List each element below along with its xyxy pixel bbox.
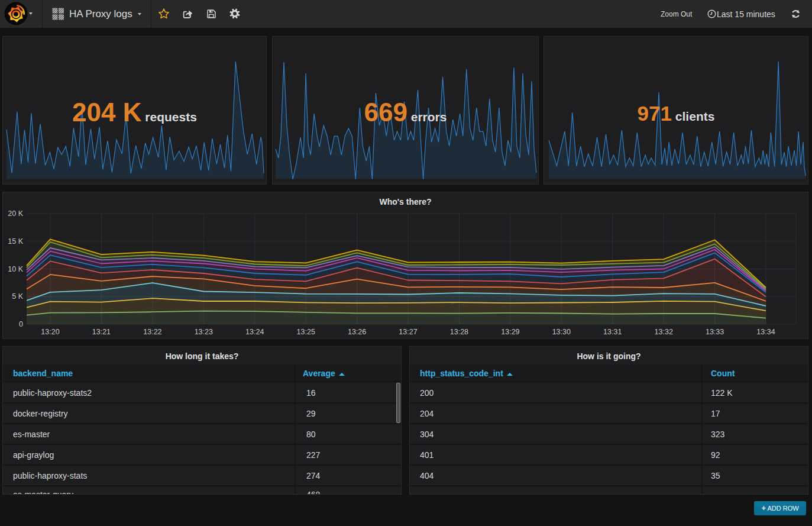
svg-text:13:27: 13:27	[399, 328, 417, 336]
svg-text:13:23: 13:23	[195, 328, 213, 336]
svg-text:13:31: 13:31	[603, 328, 622, 336]
svg-text:13:33: 13:33	[706, 328, 724, 336]
svg-text:13:30: 13:30	[552, 328, 571, 336]
svg-text:15 K: 15 K	[8, 237, 23, 246]
svg-text:10 K: 10 K	[8, 265, 23, 273]
svg-text:13:28: 13:28	[450, 328, 468, 336]
svg-text:13:22: 13:22	[143, 328, 161, 336]
svg-text:13:24: 13:24	[245, 328, 264, 336]
svg-text:5 K: 5 K	[12, 292, 23, 301]
svg-text:13:34: 13:34	[756, 328, 775, 336]
svg-text:13:32: 13:32	[655, 328, 673, 336]
svg-text:0: 0	[19, 320, 23, 328]
svg-text:13:26: 13:26	[348, 328, 366, 336]
svg-text:13:21: 13:21	[92, 328, 111, 336]
svg-text:13:20: 13:20	[41, 328, 59, 336]
svg-text:20 K: 20 K	[8, 209, 23, 218]
svg-text:13:29: 13:29	[501, 328, 519, 336]
svg-text:13:25: 13:25	[297, 328, 315, 336]
